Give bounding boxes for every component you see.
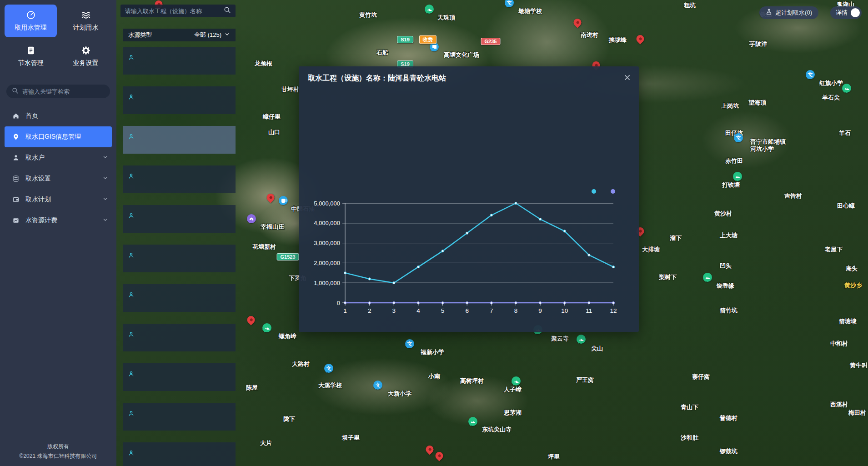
list-item[interactable] xyxy=(123,363,236,391)
database-icon xyxy=(12,175,20,182)
filter-count-dropdown[interactable]: 全部 (125) xyxy=(194,31,230,39)
meter-icon xyxy=(26,10,36,20)
modal-field-row xyxy=(299,114,639,133)
list-item[interactable] xyxy=(123,442,236,466)
map-place-label: 青山下 xyxy=(681,404,698,411)
detail-toggle[interactable]: 详情 xyxy=(830,6,862,19)
toggle-knob-icon[interactable] xyxy=(851,8,860,17)
modal-fields xyxy=(299,95,639,170)
scenic-pin-icon[interactable] xyxy=(577,335,586,352)
station-search[interactable] xyxy=(120,5,236,17)
red-marker-pin-icon[interactable] xyxy=(247,316,255,324)
scenic-pin-icon[interactable] xyxy=(425,5,434,22)
legend-item[interactable] xyxy=(611,189,618,194)
sidebar-item-intake-settings[interactable]: 取水设置 xyxy=(0,168,116,189)
monitor-link[interactable] xyxy=(128,450,136,457)
list-item[interactable] xyxy=(123,165,236,193)
school-pin-icon[interactable]: 文 xyxy=(373,381,382,398)
school-pin-icon[interactable]: 文 xyxy=(505,0,514,15)
document-icon xyxy=(26,45,36,55)
over-plan-intake-button[interactable]: 超计划取水(0) xyxy=(759,6,818,19)
scenic-pin-icon[interactable] xyxy=(733,172,742,189)
svg-text:6: 6 xyxy=(465,307,469,314)
list-item[interactable] xyxy=(123,403,236,431)
sidebar-search[interactable] xyxy=(6,85,110,98)
sidebar-search-input[interactable] xyxy=(22,88,105,95)
scenic-pin-icon[interactable] xyxy=(703,273,712,290)
intake-chart: 01,000,0002,000,0003,000,0004,000,0005,0… xyxy=(301,197,637,323)
list-item[interactable] xyxy=(123,205,236,233)
map-place-label: 南进村 xyxy=(581,31,598,39)
map-place-label: 大溪学校 xyxy=(318,382,342,389)
line-chart-svg: 01,000,0002,000,0003,000,0004,000,0005,0… xyxy=(301,197,637,321)
map-place-label: 龙颈根 xyxy=(255,60,272,67)
map-place-label: 西溪村 xyxy=(830,401,848,408)
scenic-pin-icon[interactable] xyxy=(512,376,521,394)
map-place-label: 沙和肚 xyxy=(681,434,698,441)
monitor-link[interactable] xyxy=(128,213,136,220)
red-marker-pin-icon[interactable] xyxy=(637,35,644,43)
tile-label: 业务设置 xyxy=(73,59,99,67)
copyright-line2: ©2021 珠海市仁智科技有限公司 xyxy=(0,451,116,461)
map-place-label: 嶂仔里 xyxy=(263,113,281,120)
school-pin-icon[interactable]: 文 xyxy=(324,364,333,381)
map-place-label: 墩塘学校 xyxy=(518,8,542,15)
sidebar-item-intake-plan[interactable]: 取水计划 xyxy=(0,189,116,210)
monitor-link[interactable] xyxy=(128,94,136,101)
station-search-input[interactable] xyxy=(125,8,220,15)
scenic-pin-icon[interactable] xyxy=(842,84,851,101)
monitor-link[interactable] xyxy=(128,55,136,62)
school-pin-icon[interactable]: 文 xyxy=(806,70,815,87)
school-pin-icon[interactable]: 文 xyxy=(405,339,414,356)
search-icon xyxy=(12,87,19,96)
sidebar-item-water-users[interactable]: 取水户 xyxy=(0,147,116,168)
sidebar-item-water-billing[interactable]: 水资源计费 xyxy=(0,210,116,231)
location-pin-icon xyxy=(12,133,20,140)
tile-water-intake-management[interactable]: 取用水管理 xyxy=(5,5,57,37)
gear-icon xyxy=(81,45,91,55)
close-icon[interactable] xyxy=(622,73,632,82)
monitor-link[interactable] xyxy=(128,173,136,180)
culture-plaza-pin-icon[interactable] xyxy=(430,42,439,60)
map-place-label: 寨仔窝 xyxy=(692,373,710,381)
tile-label: 节水管理 xyxy=(18,59,44,67)
list-item[interactable] xyxy=(123,324,236,351)
list-item[interactable] xyxy=(123,284,236,312)
gas-station-pin-icon[interactable] xyxy=(279,196,288,213)
list-item[interactable] xyxy=(123,126,236,154)
sidebar-item-home[interactable]: 首页 xyxy=(0,105,116,126)
svg-text:10: 10 xyxy=(561,307,568,314)
resort-pin-icon[interactable] xyxy=(247,214,256,231)
school-pin-icon[interactable]: 文 xyxy=(734,133,743,150)
road-badge: 收费 xyxy=(419,35,437,44)
person-icon xyxy=(128,292,134,299)
svg-text:11: 11 xyxy=(586,307,592,314)
scenic-pin-icon[interactable] xyxy=(468,417,477,434)
monitor-link[interactable] xyxy=(128,411,136,418)
monitor-link[interactable] xyxy=(128,371,136,378)
red-marker-pin-icon[interactable] xyxy=(574,19,582,26)
search-icon[interactable] xyxy=(224,6,231,15)
sidebar-item-gis-management[interactable]: 取水口GIS信息管理 xyxy=(5,126,112,147)
tile-planned-water-use[interactable]: 计划用水 xyxy=(60,5,112,37)
map-place-label: 高塘文化广场 xyxy=(444,51,479,59)
monitor-link[interactable] xyxy=(128,292,136,299)
map-place-label: 梨树下 xyxy=(659,274,677,281)
red-marker-pin-icon[interactable] xyxy=(267,194,275,201)
tile-business-settings[interactable]: 业务设置 xyxy=(60,40,112,73)
monitor-link[interactable] xyxy=(128,134,136,141)
menu-label: 取水口GIS信息管理 xyxy=(25,133,81,141)
legend-item[interactable] xyxy=(592,189,599,194)
monitor-link[interactable] xyxy=(128,331,136,339)
scenic-pin-icon[interactable] xyxy=(262,323,271,341)
monitor-link[interactable] xyxy=(128,252,136,260)
station-filter-header: 水源类型 全部 (125) xyxy=(123,29,236,41)
red-marker-pin-icon[interactable] xyxy=(426,446,434,453)
modal-field-row xyxy=(299,151,639,170)
list-item[interactable] xyxy=(123,245,236,272)
list-item[interactable] xyxy=(123,47,236,75)
menu-label: 首页 xyxy=(25,112,38,120)
tile-water-saving-management[interactable]: 节水管理 xyxy=(5,40,57,73)
red-marker-pin-icon[interactable] xyxy=(436,452,443,460)
list-item[interactable] xyxy=(123,86,236,114)
